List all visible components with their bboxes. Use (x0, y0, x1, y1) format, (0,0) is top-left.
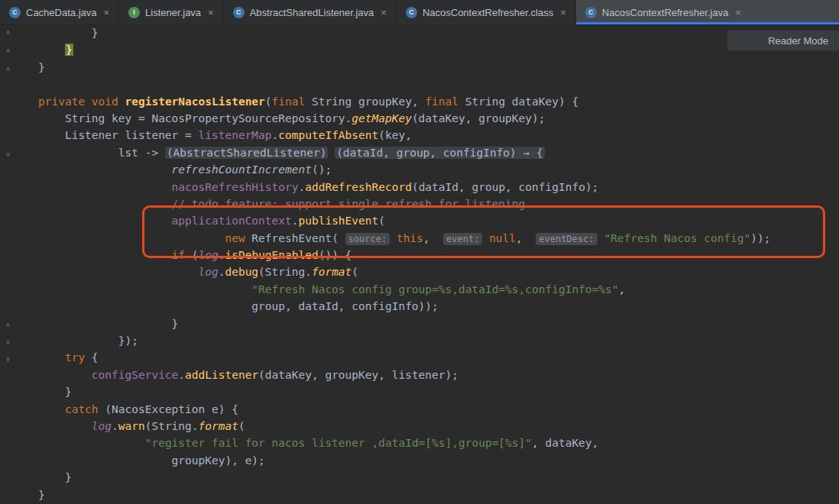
code-token-plain: . (298, 181, 305, 193)
code-token-hint: event: (443, 233, 482, 245)
code-token-plain: }); (118, 334, 138, 347)
code-token-plain: } (65, 471, 72, 483)
fold-down-icon[interactable]: ∨ (3, 150, 13, 160)
code-line[interactable]: configService.addListener(dataKey, group… (38, 367, 839, 383)
code-line[interactable]: String key = NacosPropertySourceReposito… (38, 110, 839, 127)
code-token-method: computeIfAbsent (278, 129, 378, 141)
code-line[interactable]: // todo feature: support single refresh … (38, 195, 839, 212)
reader-mode-label[interactable]: Reader Mode (727, 31, 839, 50)
tab-label: Listener.java (145, 7, 201, 18)
code-line[interactable] (38, 76, 839, 92)
code-token-kw: catch (65, 403, 99, 415)
code-token-kw: void (92, 95, 118, 108)
tab-close-icon[interactable]: × (104, 7, 110, 18)
fold-down-icon[interactable]: ∨ (3, 354, 13, 364)
code-token-plain (598, 232, 604, 244)
code-token-str: "Refresh Nacos config" (604, 232, 750, 244)
code-area[interactable]: } }} private void registerNacosListener(… (0, 24, 839, 504)
code-line[interactable]: } (38, 59, 839, 76)
code-line[interactable]: } (38, 469, 839, 486)
code-line[interactable]: "Refresh Nacos config group=%s,dataId=%s… (38, 281, 839, 298)
code-token-plain: . (272, 129, 279, 141)
code-token-fold: (dataId, group, configInfo) → { (335, 147, 545, 159)
code-token-comment: // todo feature: support single refresh … (172, 198, 526, 210)
class-file-icon: C (9, 7, 21, 18)
code-token-hint: eventDesc: (536, 233, 597, 245)
code-token-plain: (); (312, 163, 332, 176)
code-line[interactable]: } (38, 315, 839, 332)
code-line[interactable]: log.debug(String.format( (38, 263, 839, 280)
code-token-method: debug (225, 266, 258, 278)
code-token-plain: (String. (145, 420, 199, 432)
code-line[interactable]: lst -> (AbstractSharedListener) (dataId,… (38, 144, 839, 161)
tab-label: NacosContextRefresher.java (602, 7, 728, 18)
code-line[interactable]: groupKey), e); (38, 452, 839, 469)
code-token-kw: null (489, 232, 516, 244)
code-line[interactable]: refreshCountIncrement(); (38, 161, 839, 178)
code-token-decl: registerNacosListener (125, 95, 265, 108)
code-token-plain: , (516, 232, 536, 244)
tab-close-icon[interactable]: × (560, 7, 566, 18)
tab-close-icon[interactable]: × (381, 7, 387, 18)
code-line[interactable]: } (38, 383, 839, 400)
code-line[interactable]: } (38, 24, 839, 41)
tab-close-icon[interactable]: × (735, 7, 741, 18)
code-line[interactable]: new RefreshEvent( source: this, event: n… (38, 230, 839, 247)
code-token-plain: (NacosException e) { (99, 403, 238, 415)
code-token-str: "Refresh Nacos config group=%s,dataId=%s… (251, 283, 618, 296)
code-line[interactable]: Listener listener = listenerMap.computeI… (38, 127, 839, 144)
code-token-kw: private (38, 95, 85, 108)
code-line[interactable]: catch (NacosException e) { (38, 401, 839, 418)
code-token-fieldi: log (199, 266, 219, 278)
code-token-plain: (dataKey, groupKey, listener); (258, 369, 458, 381)
fold-up-icon[interactable]: ∧ (3, 27, 13, 37)
code-token-kw: try (65, 351, 85, 363)
code-token-plain: , (619, 283, 626, 296)
code-token-plain (482, 232, 489, 244)
code-token-fold: (AbstractSharedListener) (165, 147, 329, 159)
editor-tab[interactable]: CCacheData.java× (0, 0, 119, 24)
code-token-plain: groupKey), e); (172, 454, 265, 467)
editor-tab[interactable]: CNacosContextRefresher.java× (576, 0, 839, 24)
code-line[interactable]: } (38, 41, 839, 58)
code-token-plain (85, 95, 92, 108)
tab-label: NacosContextRefresher.class (423, 7, 553, 18)
code-line[interactable]: }); (38, 332, 839, 349)
code-token-fieldi: log (199, 249, 219, 261)
code-line[interactable]: group, dataId, configInfo)); (38, 298, 839, 315)
fold-up-icon[interactable]: ∧ (3, 338, 13, 347)
editor-tab[interactable]: IListener.java× (119, 0, 224, 24)
code-line[interactable]: nacosRefreshHistory.addRefreshRecord(dat… (38, 179, 839, 195)
editor-tab[interactable]: CNacosContextRefresher.class× (397, 0, 576, 24)
code-line[interactable]: "register fail for nacos listener ,dataI… (38, 435, 839, 451)
code-token-plain: , dataKey, (532, 437, 598, 449)
code-token-plain (390, 232, 397, 244)
code-line[interactable]: if (log.isDebugEnabled()) { (38, 247, 839, 263)
code-token-plain: , (423, 232, 443, 244)
code-token-iplain: refreshCountIncrement (172, 163, 312, 176)
code-token-plain (328, 147, 335, 159)
tab-label: AbstractSharedListener.java (250, 7, 374, 18)
code-line[interactable]: applicationContext.publishEvent( (38, 212, 839, 229)
code-token-plain: } (65, 386, 72, 398)
code-token-plain: } (172, 318, 179, 330)
tab-close-icon[interactable]: × (208, 7, 214, 18)
code-token-method: publishEvent (298, 215, 378, 227)
code-token-kw: final (425, 95, 458, 108)
code-line[interactable]: log.warn(String.format( (38, 418, 839, 435)
code-token-plain: { (85, 351, 98, 363)
editor-tab[interactable]: CAbstractSharedListener.java× (224, 0, 397, 24)
code-line[interactable]: try { (38, 349, 839, 366)
code-token-plain: } (38, 61, 45, 73)
code-token-plain: ()) { (319, 249, 352, 261)
code-token-fieldi: log (92, 420, 112, 432)
code-line[interactable]: } (38, 486, 839, 503)
code-token-smethod: format (199, 420, 238, 432)
code-line[interactable]: private void registerNacosListener(final… (38, 93, 839, 110)
fold-up-icon[interactable]: ∧ (3, 320, 13, 330)
fold-up-icon[interactable]: ∧ (3, 64, 13, 74)
code-token-plain: ( (265, 95, 272, 108)
fold-up-icon[interactable]: ∧ (3, 46, 13, 56)
code-token-field: configService (92, 369, 179, 381)
class-file-icon: C (585, 7, 597, 18)
